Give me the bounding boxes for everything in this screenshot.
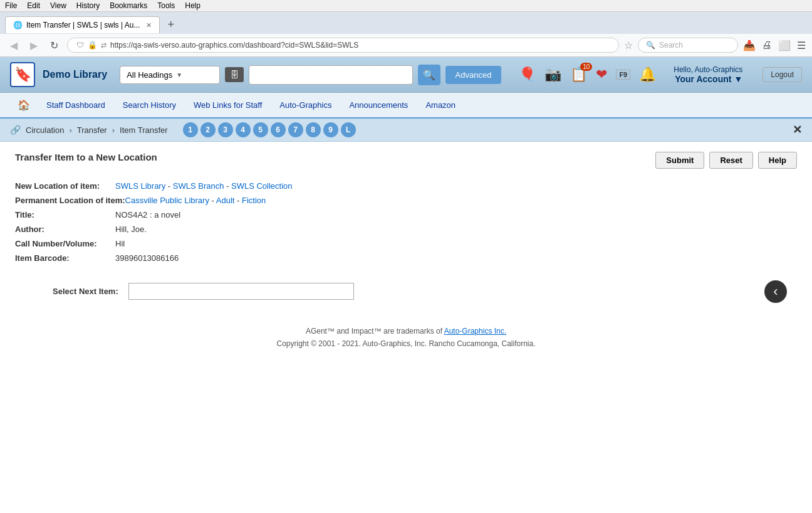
select-next-input[interactable] [128,283,354,300]
back-button[interactable]: ◀ [6,38,21,53]
help-button[interactable]: Help [758,152,797,169]
search-button[interactable]: 🔍 [418,65,440,85]
new-location-value: SWLS Library - SWLS Branch - SWLS Collec… [115,181,293,191]
permanent-location-label: Permanent Location of item: [15,196,125,205]
nav-staff-dashboard[interactable]: Staff Dashboard [38,94,114,116]
shield-icon: 🛡 [76,41,84,50]
nav-announcements[interactable]: Announcements [340,94,417,116]
balloon-icon-group[interactable]: 🎈 [519,66,536,83]
account-chevron-icon: ▼ [734,74,742,84]
permanent-location-type-link[interactable]: Fiction [242,196,266,205]
logout-button[interactable]: Logout [763,67,802,82]
home-icon[interactable]: 🏠 [10,93,38,117]
f9-badge: F9 [616,70,630,80]
tab-close-icon[interactable]: ✕ [146,21,152,29]
f9-icon-group[interactable]: F9 [616,70,630,80]
select-next-row: Select Next Item: [15,283,797,300]
reset-button[interactable]: Reset [709,152,752,169]
barcode-label: Item Barcode: [15,253,115,263]
nav-auto-graphics[interactable]: Auto-Graphics [271,94,340,116]
copyright-text: Copyright © 2001 - 2021. Auto-Graphics, … [15,337,797,350]
menu-file[interactable]: File [5,1,17,10]
new-location-collection-link[interactable]: SWLS Collection [231,181,293,191]
heart-icon: ❤ [596,66,607,83]
breadcrumb-circulation[interactable]: Circulation [26,125,64,135]
browser-search-bar[interactable]: 🔍 Search [638,38,738,53]
balloon-icon: 🎈 [519,66,536,83]
tab-bar: 🌐 Item Transfer | SWLS | swls | Au... ✕ … [0,12,812,34]
forward-button[interactable]: ▶ [26,38,41,53]
nav-search-history[interactable]: Search History [114,94,185,116]
page-tab-5[interactable]: 5 [253,122,268,137]
lock-icon: 🔒 [88,41,97,50]
url-bar[interactable]: 🛡 🔒 ⇄ https://qa-swls-verso.auto-graphic… [67,38,619,53]
permanent-location-library-link[interactable]: Cassville Public Library [125,196,209,205]
database-icon[interactable]: 🗄 [225,67,244,82]
list-badge: 10 [580,63,592,71]
circulation-icon: 🔗 [10,125,21,135]
library-logo: 🔖 [10,62,35,87]
title-row: Title: NOS4A2 : a novel [15,210,797,219]
nav-bar: 🏠 Staff Dashboard Search History Web Lin… [0,93,812,119]
permanent-location-row: Permanent Location of item: Cassville Pu… [15,196,797,205]
main-content: Submit Reset Help Transfer Item to a New… [0,142,812,393]
account-dropdown[interactable]: Your Account ▼ [675,74,742,84]
print-icon[interactable]: 🖨 [762,40,772,51]
submit-button[interactable]: Submit [655,152,704,169]
browser-search-icon: 🔍 [646,41,655,50]
search-type-dropdown[interactable]: All Headings ▼ [120,66,220,84]
author-label: Author: [15,225,115,234]
page-tab-1[interactable]: 1 [183,122,198,137]
breadcrumb-item-transfer[interactable]: Item Transfer [120,125,168,135]
active-tab[interactable]: 🌐 Item Transfer | SWLS | swls | Au... ✕ [5,16,160,33]
new-location-library-link[interactable]: SWLS Library [115,181,165,191]
connection-icon: ⇄ [101,41,107,50]
bookmark-star-icon[interactable]: ☆ [624,40,633,51]
menu-view[interactable]: View [50,1,66,10]
search-input[interactable] [249,65,412,85]
page-tab-2[interactable]: 2 [200,122,216,137]
menu-edit[interactable]: Edit [27,1,40,10]
page-tab-4[interactable]: 4 [236,122,251,137]
pocket-icon[interactable]: 📥 [743,40,756,51]
menu-icon[interactable]: ☰ [797,40,806,51]
fullscreen-icon[interactable]: ⬜ [778,40,791,51]
new-location-branch-link[interactable]: SWLS Branch [173,181,224,191]
page-tab-3[interactable]: 3 [218,122,233,137]
new-location-row: New Location of item: SWLS Library - SWL… [15,181,797,191]
new-location-label: New Location of item: [15,181,115,191]
advanced-search-button[interactable]: Advanced [445,66,502,84]
page-tab-8[interactable]: 8 [306,122,321,137]
close-panel-icon[interactable]: ✕ [793,123,802,137]
page-tab-6[interactable]: 6 [271,122,286,137]
nav-web-links[interactable]: Web Links for Staff [185,94,271,116]
list-icon-group[interactable]: 📋 10 [570,66,587,83]
page-tab-7[interactable]: 7 [288,122,303,137]
page-tab-9[interactable]: 9 [323,122,338,137]
permanent-location-value: Cassville Public Library - Adult - Ficti… [125,196,266,205]
tab-title: Item Transfer | SWLS | swls | Au... [26,21,140,29]
author-value: Hill, Joe. [115,225,147,234]
author-row: Author: Hill, Joe. [15,225,797,234]
heart-icon-group[interactable]: ❤ [596,66,607,83]
user-section: Hello, Auto-Graphics Your Account ▼ [674,65,742,84]
company-link[interactable]: Auto-Graphics Inc. [444,327,506,336]
menu-help[interactable]: Help [185,1,200,10]
camera-icon: 📷 [544,66,561,83]
menu-bookmarks[interactable]: Bookmarks [110,1,147,10]
camera-icon-group[interactable]: 📷 [544,66,561,83]
permanent-location-audience-link[interactable]: Adult [216,196,235,205]
new-tab-button[interactable]: + [162,16,179,34]
breadcrumb-bar: 🔗 Circulation › Transfer › Item Transfer… [0,119,812,142]
breadcrumb-transfer[interactable]: Transfer [77,125,107,135]
menu-tools[interactable]: Tools [157,1,175,10]
bell-icon-group[interactable]: 🔔 [639,66,656,83]
search-type-label: All Headings [127,70,172,80]
call-number-row: Call Number/Volume: Hil [15,239,797,248]
bell-icon: 🔔 [639,66,656,83]
nav-amazon[interactable]: Amazon [417,94,464,116]
reload-button[interactable]: ↻ [46,38,62,53]
back-arrow-button[interactable]: ‹ [764,280,787,303]
page-tab-L[interactable]: L [341,122,356,137]
menu-history[interactable]: History [76,1,100,10]
